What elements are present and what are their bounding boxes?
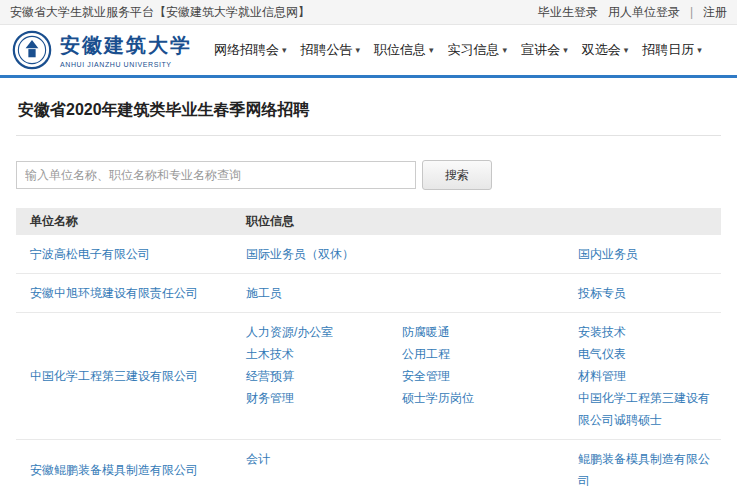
job-link[interactable]: 国际业务员（双休）	[246, 243, 394, 265]
job-link[interactable]: 财务管理	[246, 387, 394, 431]
table-row: 中国化学工程第三建设有限公司 人力资源/办公室 防腐暖通 安装技术 土木技术 公…	[16, 313, 721, 440]
chevron-down-icon: ▾	[563, 45, 568, 55]
nav-item-dual-selection[interactable]: 双选会 ▾	[582, 41, 629, 59]
main-nav: 网络招聘会 ▾ 招聘公告 ▾ 职位信息 ▾ 实习信息 ▾ 宣讲会 ▾ 双选会 ▾	[214, 41, 702, 59]
chevron-down-icon: ▾	[697, 45, 702, 55]
nav-item-internships[interactable]: 实习信息 ▾	[448, 41, 508, 59]
topbar-links: 毕业生登录 用人单位登录 | 注册	[538, 4, 727, 21]
job-link[interactable]: 安装技术	[578, 321, 715, 343]
chevron-down-icon: ▾	[429, 45, 434, 55]
chevron-down-icon: ▾	[282, 45, 287, 55]
nav-item-announcements[interactable]: 招聘公告 ▾	[301, 41, 361, 59]
graduate-login-link[interactable]: 毕业生登录	[538, 4, 598, 21]
company-cell: 安徽中旭环境建设有限责任公司	[16, 282, 246, 304]
page-root: 安徽省大学生就业服务平台【安徽建筑大学就业信息网】 毕业生登录 用人单位登录 |…	[0, 0, 737, 486]
nav-item-label: 双选会	[582, 41, 621, 59]
job-link[interactable]: 投标专员	[578, 282, 715, 304]
jobs-cell: 人力资源/办公室 防腐暖通 安装技术 土木技术 公用工程 电气仪表 经营预算 安…	[246, 321, 721, 431]
job-link[interactable]: 经营预算	[246, 365, 394, 387]
jobs-cell: 国际业务员（双休） 国内业务员	[246, 243, 721, 265]
jobs-table: 单位名称 职位信息 宁波高松电子有限公司 国际业务员（双休） 国内业务员	[16, 208, 721, 486]
university-brand: 安徽建筑大学 ANHUI JIANZHU UNIVERSITY	[12, 30, 204, 70]
table-row: 安徽鲲鹏装备模具制造有限公司 会计 鲲鹏装备模具制造有限公司	[16, 440, 721, 486]
table-row: 安徽中旭环境建设有限责任公司 施工员 投标专员	[16, 274, 721, 313]
company-link[interactable]: 安徽中旭环境建设有限责任公司	[30, 285, 198, 302]
job-line: 财务管理 硕士学历岗位 中国化学工程第三建设有限公司诚聘硕士	[246, 387, 715, 431]
employer-login-link[interactable]: 用人单位登录	[608, 4, 680, 21]
register-link[interactable]: 注册	[703, 4, 727, 21]
nav-item-label: 招聘公告	[301, 41, 353, 59]
university-name: 安徽建筑大学 ANHUI JIANZHU UNIVERSITY	[60, 32, 192, 68]
university-name-cn: 安徽建筑大学	[60, 32, 192, 59]
job-link[interactable]: 会计	[246, 448, 394, 486]
main-content: 安徽省2020年建筑类毕业生春季网络招聘 搜索 单位名称 职位信息 宁波高松电子…	[0, 78, 737, 486]
column-header-jobs: 职位信息	[246, 213, 294, 230]
table-header: 单位名称 职位信息	[16, 208, 721, 235]
company-link[interactable]: 安徽鲲鹏装备模具制造有限公司	[30, 462, 198, 479]
job-link[interactable]: 防腐暖通	[402, 321, 570, 343]
job-link[interactable]: 人力资源/办公室	[246, 321, 394, 343]
platform-title: 安徽省大学生就业服务平台【安徽建筑大学就业信息网】	[10, 4, 310, 21]
nav-item-online-job-fair[interactable]: 网络招聘会 ▾	[214, 41, 287, 59]
job-link[interactable]: 中国化学工程第三建设有限公司诚聘硕士	[578, 387, 715, 431]
jobs-cell: 施工员 投标专员	[246, 282, 721, 304]
nav-item-label: 网络招聘会	[214, 41, 279, 59]
job-line: 土木技术 公用工程 电气仪表	[246, 343, 715, 365]
jobs-cell: 会计 鲲鹏装备模具制造有限公司	[246, 448, 721, 486]
job-link[interactable]: 公用工程	[402, 343, 570, 365]
search-input[interactable]	[16, 161, 416, 189]
company-cell: 中国化学工程第三建设有限公司	[16, 321, 246, 431]
top-utility-bar: 安徽省大学生就业服务平台【安徽建筑大学就业信息网】 毕业生登录 用人单位登录 |…	[0, 0, 737, 25]
job-line: 会计 鲲鹏装备模具制造有限公司	[246, 448, 715, 486]
topbar-separator: |	[690, 5, 693, 19]
table-row: 宁波高松电子有限公司 国际业务员（双休） 国内业务员	[16, 235, 721, 274]
job-link[interactable]: 安全管理	[402, 365, 570, 387]
page-title: 安徽省2020年建筑类毕业生春季网络招聘	[16, 78, 721, 136]
search-bar: 搜索	[16, 160, 721, 190]
chevron-down-icon: ▾	[356, 45, 361, 55]
site-header: 安徽建筑大学 ANHUI JIANZHU UNIVERSITY 网络招聘会 ▾ …	[0, 25, 737, 78]
job-link[interactable]: 施工员	[246, 282, 394, 304]
chevron-down-icon: ▾	[503, 45, 508, 55]
nav-item-label: 宣讲会	[521, 41, 560, 59]
university-logo-icon	[12, 30, 52, 70]
search-button[interactable]: 搜索	[422, 160, 492, 190]
nav-item-label: 职位信息	[374, 41, 426, 59]
job-link[interactable]: 电气仪表	[578, 343, 715, 365]
job-line: 国际业务员（双休） 国内业务员	[246, 243, 715, 265]
company-cell: 安徽鲲鹏装备模具制造有限公司	[16, 448, 246, 486]
nav-item-label: 实习信息	[448, 41, 500, 59]
company-link[interactable]: 中国化学工程第三建设有限公司	[30, 368, 198, 385]
job-link[interactable]: 材料管理	[578, 365, 715, 387]
nav-item-calendar[interactable]: 招聘日历 ▾	[642, 41, 702, 59]
company-cell: 宁波高松电子有限公司	[16, 243, 246, 265]
job-line: 人力资源/办公室 防腐暖通 安装技术	[246, 321, 715, 343]
university-name-en: ANHUI JIANZHU UNIVERSITY	[60, 61, 192, 68]
nav-item-positions[interactable]: 职位信息 ▾	[374, 41, 434, 59]
job-link[interactable]: 国内业务员	[578, 243, 715, 265]
nav-item-info-sessions[interactable]: 宣讲会 ▾	[521, 41, 568, 59]
job-link[interactable]: 硕士学历岗位	[402, 387, 570, 431]
job-link[interactable]: 鲲鹏装备模具制造有限公司	[578, 448, 715, 486]
job-line: 施工员 投标专员	[246, 282, 715, 304]
job-line: 经营预算 安全管理 材料管理	[246, 365, 715, 387]
chevron-down-icon: ▾	[624, 45, 629, 55]
company-link[interactable]: 宁波高松电子有限公司	[30, 246, 150, 263]
nav-item-label: 招聘日历	[642, 41, 694, 59]
job-link[interactable]: 土木技术	[246, 343, 394, 365]
column-header-company: 单位名称	[16, 213, 246, 230]
